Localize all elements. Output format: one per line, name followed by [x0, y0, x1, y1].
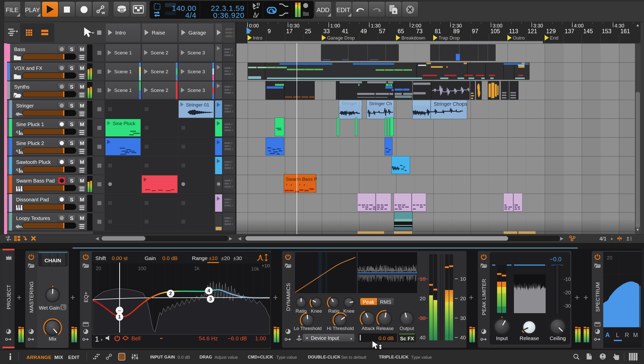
svg-text:w: w	[101, 10, 105, 15]
